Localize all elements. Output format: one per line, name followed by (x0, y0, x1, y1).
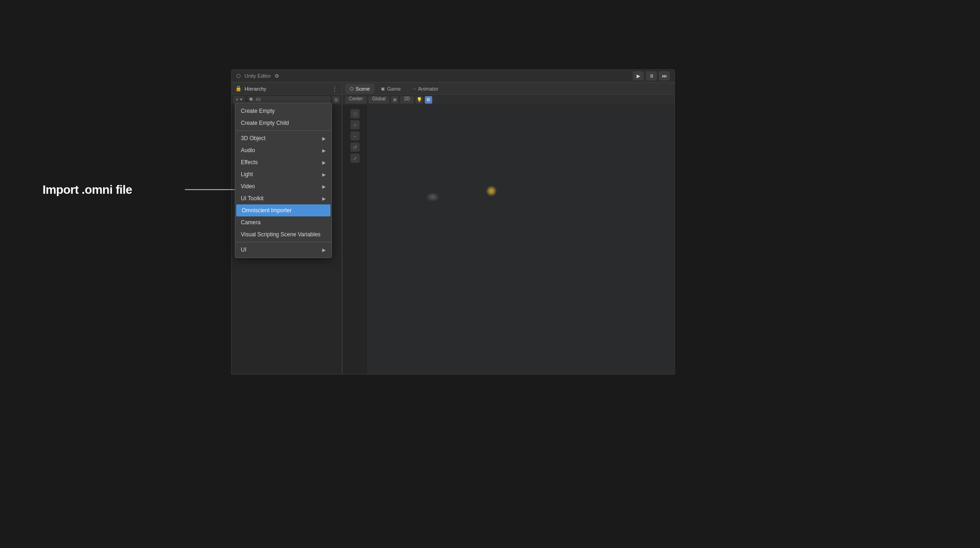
scene-view-toolbar: Center Global ⊕ 2D 💡 ⚙ (342, 94, 675, 105)
menu-item-camera[interactable]: Camera (235, 216, 331, 228)
menu-item-video-label: Video (241, 183, 255, 190)
menu-item-ui[interactable]: UI ▶ (235, 244, 331, 256)
menu-item-light[interactable]: Light ▶ (235, 168, 331, 180)
scene-view-content: ⬡ ⊹ ↔ ↺ ⤢ (342, 105, 675, 375)
menu-item-audio-label: Audio (241, 147, 255, 154)
toolbar-settings-icon: ⚙ (275, 73, 279, 79)
menu-item-create-empty-label: Create Empty (241, 108, 275, 114)
menu-item-ui-toolkit[interactable]: UI Toolkit ▶ (235, 192, 331, 204)
menu-item-light-label: Light (241, 171, 253, 178)
menu-item-visual-scripting[interactable]: Visual Scripting Scene Variables (235, 228, 331, 240)
menu-item-omniscient-importer[interactable]: Omniscient Importer (236, 204, 331, 216)
hierarchy-panel-header: 🔒 Hierarchy ⋮ (231, 82, 342, 94)
menu-item-camera-label: Camera (241, 219, 261, 226)
editor-toolbar: ⬡ Unity Editor ⚙ ▶ ⏸ ⏭ (231, 69, 675, 82)
menu-item-audio-arrow: ▶ (322, 148, 326, 153)
scene-hierarchy-item-2: ⊹ (343, 120, 368, 129)
menu-item-create-empty-child[interactable]: Create Empty Child (235, 117, 331, 129)
menu-item-create-empty-child-label: Create Empty Child (241, 120, 289, 126)
step-button[interactable]: ⏭ (659, 71, 670, 80)
dropdown-arrow-icon: ▼ (239, 98, 243, 102)
scene-hierarchy-item-3: ↔ (343, 131, 368, 141)
scene-object-sun (486, 185, 497, 197)
scene-tool-4[interactable]: 2D (400, 96, 414, 104)
play-controls: ▶ ⏸ ⏭ (633, 71, 670, 80)
scene-hierarchy-sidebar: ⬡ ⊹ ↔ ↺ ⤢ (343, 105, 368, 374)
animator-tab-icon: → (412, 86, 416, 91)
scene-hierarchy-item-1: ⬡ (343, 109, 368, 118)
game-tab[interactable]: ▣ Game (376, 84, 405, 94)
menu-item-video-arrow: ▶ (322, 184, 326, 189)
menu-item-ui-label: UI (241, 246, 246, 253)
scene-hierarchy-item-4: ↺ (343, 142, 368, 152)
context-menu: Create Empty Create Empty Child 3D Objec… (235, 103, 332, 258)
game-tab-icon: ▣ (381, 86, 385, 91)
hierarchy-title: Hierarchy (245, 86, 329, 92)
search-label: All (256, 97, 261, 102)
scene-tab-icon: ⬡ (350, 86, 354, 91)
menu-item-ui-toolkit-label: UI Toolkit (241, 195, 263, 202)
menu-item-visual-scripting-label: Visual Scripting Scene Variables (241, 231, 320, 238)
arrow-line (185, 189, 239, 190)
animator-tab[interactable]: → Animator (407, 84, 443, 94)
menu-item-audio[interactable]: Audio ▶ (235, 144, 331, 156)
menu-item-omniscient-importer-label: Omniscient Importer (242, 207, 292, 214)
menu-item-effects-label: Effects (241, 159, 257, 166)
hierarchy-view-icon[interactable]: ⊞ (332, 96, 340, 104)
scene-tab[interactable]: ⬡ Scene (345, 84, 374, 94)
scene-tool-6[interactable]: ⚙ (425, 96, 432, 104)
scene-tool-2[interactable]: Global (368, 96, 389, 104)
scene-object-cloud (426, 192, 440, 202)
scene-view-tabs: ⬡ Scene ▣ Game → Animator (342, 82, 675, 94)
toolbar-label: Unity Editor (245, 73, 271, 79)
menu-item-ui-toolkit-arrow: ▶ (322, 196, 326, 201)
menu-item-light-arrow: ▶ (322, 172, 326, 177)
search-icon: 🔍 (249, 98, 254, 102)
scene-tool-1[interactable]: Center (345, 96, 367, 104)
menu-item-effects[interactable]: Effects ▶ (235, 156, 331, 168)
scene-tool-3[interactable]: ⊕ (391, 96, 398, 104)
menu-item-3d-object-label: 3D Object (241, 135, 265, 142)
menu-separator-1 (235, 130, 331, 131)
menu-separator-2 (235, 242, 331, 242)
account-icon: ⬡ (236, 73, 241, 79)
menu-item-3d-object-arrow: ▶ (322, 136, 326, 141)
menu-item-ui-arrow: ▶ (322, 247, 326, 252)
hierarchy-more-icon[interactable]: ⋮ (331, 85, 338, 92)
scene-hierarchy-item-5: ⤢ (343, 154, 368, 163)
menu-item-effects-arrow: ▶ (322, 160, 326, 165)
scene-tool-5[interactable]: 💡 (416, 96, 423, 104)
menu-item-3d-object[interactable]: 3D Object ▶ (235, 132, 331, 144)
import-label: Import .omni file (43, 183, 132, 197)
plus-icon: + (236, 97, 239, 102)
pause-button[interactable]: ⏸ (646, 71, 657, 80)
play-button[interactable]: ▶ (633, 71, 644, 80)
game-tab-label: Game (387, 86, 401, 92)
animator-tab-label: Animator (418, 86, 438, 92)
scene-tab-label: Scene (355, 86, 370, 92)
hierarchy-lock-icon: 🔒 (235, 86, 242, 92)
menu-item-video[interactable]: Video ▶ (235, 180, 331, 192)
menu-item-create-empty[interactable]: Create Empty (235, 105, 331, 117)
